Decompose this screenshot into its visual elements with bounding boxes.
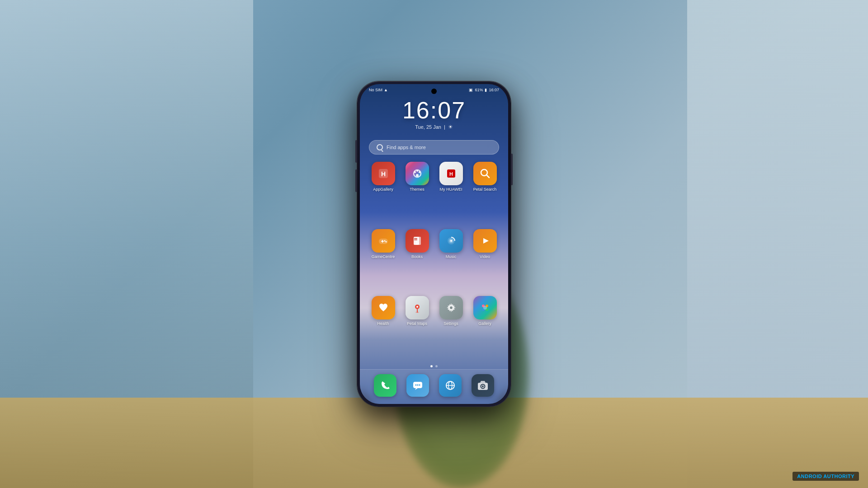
petalmaps-label: Petal Maps — [407, 321, 427, 326]
watermark-suffix: AUTHORITY — [822, 474, 854, 479]
dock-messages[interactable] — [406, 374, 429, 397]
watermark: ANDROID AUTHORITY — [793, 472, 859, 481]
petalmaps-icon — [406, 296, 429, 319]
svg-point-35 — [415, 385, 417, 386]
settings-icon — [439, 296, 463, 319]
app-item-gallery[interactable]: Gallery — [469, 296, 501, 360]
svg-point-44 — [482, 385, 484, 387]
page-dots — [360, 363, 508, 369]
app-item-settings[interactable]: Settings — [435, 296, 467, 360]
svg-point-6 — [416, 174, 419, 177]
music-icon — [439, 229, 463, 253]
clock-area: 16:07 Tue, 25 Jan | ☀ — [360, 94, 508, 133]
messages-icon — [406, 374, 429, 397]
svg-marker-42 — [480, 381, 486, 383]
power-button[interactable] — [511, 154, 513, 185]
svg-point-26 — [415, 312, 419, 313]
app-item-petalmaps[interactable]: Petal Maps — [401, 296, 433, 360]
svg-marker-23 — [483, 238, 489, 244]
gamecentre-icon — [372, 229, 395, 253]
status-left: No SIM ▲ — [369, 88, 388, 92]
app-item-music[interactable]: Music — [435, 229, 467, 293]
screen-icon: ▣ — [469, 88, 473, 92]
svg-point-33 — [483, 306, 487, 310]
books-label: Books — [411, 254, 423, 259]
svg-point-15 — [385, 241, 387, 242]
clock-status: 16:07 — [489, 88, 499, 92]
svg-point-25 — [416, 306, 418, 308]
battery-percent: 61% — [475, 88, 483, 92]
app-item-gamecentre[interactable]: GameCentre — [367, 229, 399, 293]
svg-point-28 — [450, 306, 453, 309]
health-label: Health — [377, 321, 389, 326]
dock-phone[interactable] — [374, 374, 396, 397]
page-dot-2 — [435, 365, 438, 367]
status-bar: No SIM ▲ ▣ 61% ▮ 16:07 — [360, 84, 508, 94]
svg-point-37 — [419, 385, 420, 386]
phone-wrapper: No SIM ▲ ▣ 61% ▮ 16:07 16:07 Tue, 25 Jan… — [357, 81, 511, 407]
svg-point-3 — [414, 171, 416, 173]
phone-outer: No SIM ▲ ▣ 61% ▮ 16:07 16:07 Tue, 25 Jan… — [357, 81, 511, 407]
svg-text:H: H — [381, 170, 385, 178]
weather-icon: ☀ — [448, 124, 453, 130]
video-icon — [473, 229, 497, 253]
myhuawei-icon: H — [439, 162, 463, 185]
date-label: Tue, 25 Jan — [415, 124, 441, 130]
browser-icon — [439, 374, 462, 397]
themes-label: Themes — [410, 187, 425, 192]
watermark-brand: ANDROID — [797, 474, 822, 479]
svg-point-14 — [384, 240, 385, 241]
carrier-label: No SIM — [369, 88, 382, 92]
svg-text:H: H — [449, 171, 453, 177]
date-separator: | — [444, 124, 445, 130]
gallery-label: Gallery — [478, 321, 491, 326]
app-item-petalsearch[interactable]: Petal Search — [469, 162, 501, 225]
svg-rect-19 — [414, 239, 417, 240]
svg-point-36 — [417, 385, 419, 386]
svg-rect-17 — [415, 237, 421, 245]
dock-browser[interactable] — [439, 374, 462, 397]
dock — [360, 369, 508, 404]
app-item-books[interactable]: Books — [401, 229, 433, 293]
app-item-appgallery[interactable]: H AppGallery — [367, 162, 399, 225]
svg-point-4 — [416, 170, 418, 172]
battery-icon: ▮ — [485, 88, 487, 92]
search-placeholder: Find apps & more — [387, 145, 426, 150]
volume-down-button[interactable] — [355, 169, 357, 192]
app-grid: H AppGallery — [360, 158, 508, 363]
app-item-themes[interactable]: Themes — [401, 162, 433, 225]
svg-rect-18 — [414, 238, 417, 239]
search-icon — [377, 144, 383, 150]
page-dot-1 — [430, 365, 433, 367]
appgallery-icon: H — [372, 162, 395, 185]
petalsearch-icon — [473, 162, 497, 185]
svg-point-5 — [419, 171, 420, 173]
themes-icon — [406, 162, 429, 185]
petalsearch-label: Petal Search — [473, 187, 497, 192]
svg-point-22 — [450, 240, 452, 242]
clock-time: 16:07 — [360, 99, 508, 122]
music-label: Music — [446, 254, 457, 259]
gamecentre-label: GameCentre — [372, 254, 395, 259]
app-item-myhuawei[interactable]: H My HUAWEI — [435, 162, 467, 225]
camera-app-icon — [472, 374, 494, 397]
myhuawei-label: My HUAWEI — [439, 187, 462, 192]
search-bar[interactable]: Find apps & more — [369, 140, 499, 155]
settings-label: Settings — [443, 321, 458, 326]
svg-line-10 — [486, 175, 489, 178]
app-item-health[interactable]: Health — [367, 296, 399, 360]
appgallery-label: AppGallery — [373, 187, 393, 192]
clock-date: Tue, 25 Jan | ☀ — [360, 124, 508, 130]
books-icon — [406, 229, 429, 253]
phone-screen: No SIM ▲ ▣ 61% ▮ 16:07 16:07 Tue, 25 Jan… — [360, 84, 508, 404]
phone-icon — [374, 374, 396, 397]
health-icon — [372, 296, 395, 319]
dock-camera[interactable] — [472, 374, 494, 397]
status-right: ▣ 61% ▮ 16:07 — [469, 88, 499, 92]
video-label: Video — [480, 254, 490, 259]
gallery-icon — [473, 296, 497, 319]
app-item-video[interactable]: Video — [469, 229, 501, 293]
wifi-icon: ▲ — [384, 88, 388, 92]
volume-up-button[interactable] — [355, 140, 357, 163]
screen-content: Find apps & more H AppGallery — [360, 133, 508, 404]
